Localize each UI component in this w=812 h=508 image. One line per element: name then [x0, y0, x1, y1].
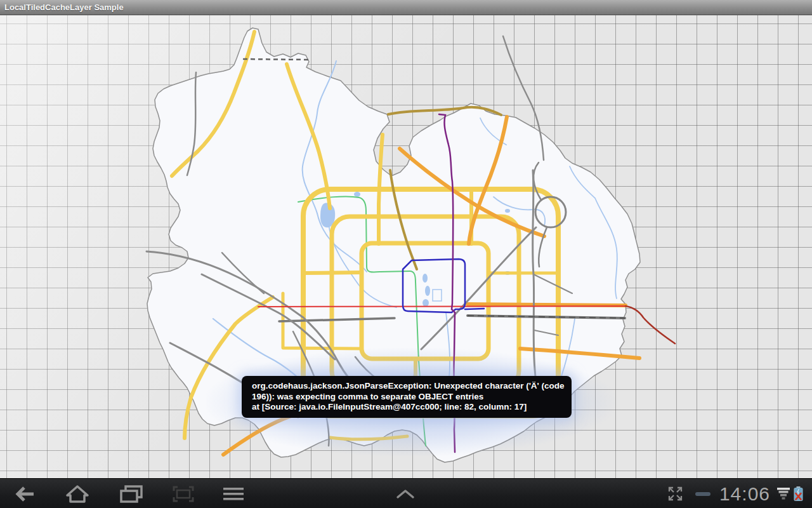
home-icon: [65, 484, 90, 504]
metro-line-darkred: [625, 306, 675, 344]
road-yellow: [303, 272, 362, 273]
app-title: LocalTiledCacheLayer Sample: [0, 0, 812, 15]
clock[interactable]: 14:06: [719, 483, 770, 505]
lake: [422, 299, 429, 307]
fullscreen-button[interactable]: [667, 485, 684, 502]
fullscreen-icon: [667, 485, 684, 502]
title-bar: LocalTiledCacheLayer Sample: [0, 0, 812, 15]
screenshot-icon: [173, 486, 194, 502]
battery-error-icon: [794, 486, 803, 501]
railway-gray: [243, 59, 310, 60]
expand-nav-button[interactable]: [396, 489, 415, 499]
notification-dash: [695, 492, 710, 496]
lake: [505, 209, 510, 213]
lake: [425, 286, 430, 296]
nav-center-cluster: [396, 479, 415, 508]
screenshot-button[interactable]: [173, 486, 194, 502]
system-nav-bar: 14:06: [0, 478, 812, 508]
metro-loop-blue: [465, 309, 484, 309]
android-screen: org.codehaus.jackson.JsonParseException:…: [0, 0, 812, 508]
lake: [422, 274, 428, 283]
menu-button[interactable]: [223, 487, 244, 501]
recent-apps-icon: [119, 485, 143, 504]
signal-strength-icon: [776, 488, 790, 500]
toast-line: 196)): was expecting comma to separate O…: [252, 392, 561, 403]
nav-left-cluster: [13, 479, 244, 508]
lake: [354, 192, 360, 197]
recent-apps-button[interactable]: [119, 485, 143, 504]
home-button[interactable]: [65, 484, 90, 504]
toast-line: at [Source: java.io.FileInputStream@407c…: [252, 402, 561, 413]
metro-line-red: [258, 306, 625, 307]
menu-icon: [223, 487, 244, 501]
chevron-up-icon: [396, 489, 415, 499]
toast-line: org.codehaus.jackson.JsonParseException:…: [252, 381, 561, 392]
battery-indicator: [794, 486, 803, 501]
back-button[interactable]: [13, 485, 36, 504]
back-icon: [13, 485, 36, 504]
error-toast: org.codehaus.jackson.JsonParseException:…: [242, 376, 572, 418]
signal-indicator: [776, 488, 790, 500]
expressway-orange: [468, 304, 625, 305]
system-tray[interactable]: 14:06: [667, 479, 803, 508]
